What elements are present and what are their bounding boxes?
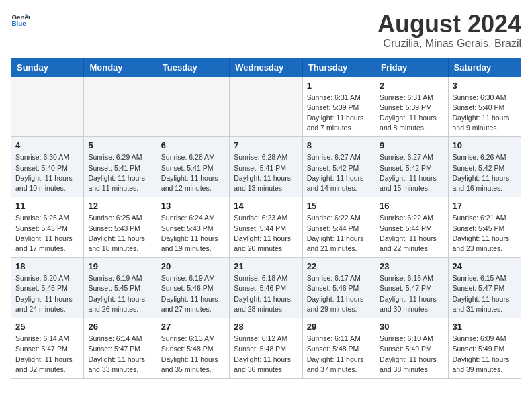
day-info: Sunrise: 6:26 AMSunset: 5:42 PMDaylight:… — [453, 152, 517, 193]
day-info: Sunrise: 6:14 AMSunset: 5:47 PMDaylight:… — [88, 334, 152, 375]
calendar-cell: 5Sunrise: 6:29 AMSunset: 5:41 PMDaylight… — [84, 137, 157, 197]
week-row-2: 4Sunrise: 6:30 AMSunset: 5:40 PMDaylight… — [11, 137, 521, 197]
calendar-cell: 14Sunrise: 6:23 AMSunset: 5:44 PMDayligh… — [230, 197, 302, 258]
day-number: 9 — [380, 140, 443, 150]
day-number: 27 — [161, 322, 225, 332]
calendar-table: SundayMondayTuesdayWednesdayThursdayFrid… — [11, 58, 521, 379]
weekday-header-wednesday: Wednesday — [230, 58, 302, 77]
day-number: 7 — [234, 140, 298, 150]
calendar-cell: 7Sunrise: 6:28 AMSunset: 5:41 PMDaylight… — [230, 137, 302, 197]
day-info: Sunrise: 6:27 AMSunset: 5:42 PMDaylight:… — [307, 152, 371, 193]
calendar-cell: 26Sunrise: 6:14 AMSunset: 5:47 PMDayligh… — [84, 318, 157, 379]
day-info: Sunrise: 6:24 AMSunset: 5:43 PMDaylight:… — [161, 213, 225, 254]
calendar-cell: 20Sunrise: 6:19 AMSunset: 5:46 PMDayligh… — [157, 258, 229, 318]
day-number: 10 — [453, 140, 517, 150]
calendar-cell: 19Sunrise: 6:19 AMSunset: 5:45 PMDayligh… — [84, 258, 157, 318]
calendar-cell: 6Sunrise: 6:28 AMSunset: 5:41 PMDaylight… — [157, 137, 229, 197]
day-info: Sunrise: 6:12 AMSunset: 5:48 PMDaylight:… — [234, 334, 298, 375]
week-row-4: 18Sunrise: 6:20 AMSunset: 5:45 PMDayligh… — [11, 258, 521, 318]
day-number: 25 — [15, 322, 79, 332]
title-area: August 2024 Cruzilia, Minas Gerais, Braz… — [378, 11, 521, 50]
day-number: 4 — [15, 140, 79, 150]
day-info: Sunrise: 6:31 AMSunset: 5:39 PMDaylight:… — [380, 93, 443, 134]
weekday-header-monday: Monday — [84, 58, 157, 77]
day-number: 15 — [307, 201, 371, 211]
day-number: 6 — [161, 140, 225, 150]
day-info: Sunrise: 6:09 AMSunset: 5:49 PMDaylight:… — [453, 334, 517, 375]
day-number: 11 — [15, 201, 79, 211]
day-number: 16 — [380, 201, 443, 211]
calendar-cell: 10Sunrise: 6:26 AMSunset: 5:42 PMDayligh… — [448, 137, 521, 197]
day-info: Sunrise: 6:25 AMSunset: 5:43 PMDaylight:… — [15, 213, 79, 254]
day-number: 3 — [453, 81, 517, 91]
day-number: 12 — [88, 201, 152, 211]
calendar-cell: 24Sunrise: 6:15 AMSunset: 5:47 PMDayligh… — [448, 258, 521, 318]
day-info: Sunrise: 6:28 AMSunset: 5:41 PMDaylight:… — [161, 152, 225, 193]
calendar-cell: 13Sunrise: 6:24 AMSunset: 5:43 PMDayligh… — [157, 197, 229, 258]
weekday-header-saturday: Saturday — [448, 58, 521, 77]
weekday-header-thursday: Thursday — [302, 58, 375, 77]
day-info: Sunrise: 6:11 AMSunset: 5:48 PMDaylight:… — [307, 334, 371, 375]
day-info: Sunrise: 6:17 AMSunset: 5:46 PMDaylight:… — [307, 273, 371, 314]
day-number: 22 — [307, 261, 371, 271]
day-number: 17 — [453, 201, 517, 211]
calendar-cell: 18Sunrise: 6:20 AMSunset: 5:45 PMDayligh… — [11, 258, 84, 318]
calendar-cell: 1Sunrise: 6:31 AMSunset: 5:39 PMDaylight… — [302, 77, 375, 137]
week-row-5: 25Sunrise: 6:14 AMSunset: 5:47 PMDayligh… — [11, 318, 521, 379]
weekday-header-row: SundayMondayTuesdayWednesdayThursdayFrid… — [11, 58, 521, 77]
calendar-cell: 17Sunrise: 6:21 AMSunset: 5:45 PMDayligh… — [448, 197, 521, 258]
day-info: Sunrise: 6:15 AMSunset: 5:47 PMDaylight:… — [453, 273, 517, 314]
calendar-cell: 27Sunrise: 6:13 AMSunset: 5:48 PMDayligh… — [157, 318, 229, 379]
calendar-cell: 15Sunrise: 6:22 AMSunset: 5:44 PMDayligh… — [302, 197, 375, 258]
day-number: 26 — [88, 322, 152, 332]
weekday-header-tuesday: Tuesday — [157, 58, 229, 77]
day-info: Sunrise: 6:21 AMSunset: 5:45 PMDaylight:… — [453, 213, 517, 254]
day-info: Sunrise: 6:16 AMSunset: 5:47 PMDaylight:… — [380, 273, 443, 314]
day-info: Sunrise: 6:19 AMSunset: 5:45 PMDaylight:… — [88, 273, 152, 314]
day-number: 14 — [234, 201, 298, 211]
day-number: 31 — [453, 322, 517, 332]
day-number: 1 — [307, 81, 371, 91]
calendar-cell: 30Sunrise: 6:10 AMSunset: 5:49 PMDayligh… — [375, 318, 448, 379]
day-info: Sunrise: 6:20 AMSunset: 5:45 PMDaylight:… — [15, 273, 79, 314]
calendar-cell: 2Sunrise: 6:31 AMSunset: 5:39 PMDaylight… — [375, 77, 448, 137]
day-info: Sunrise: 6:30 AMSunset: 5:40 PMDaylight:… — [15, 152, 79, 193]
calendar-cell: 16Sunrise: 6:22 AMSunset: 5:44 PMDayligh… — [375, 197, 448, 258]
day-info: Sunrise: 6:18 AMSunset: 5:46 PMDaylight:… — [234, 273, 298, 314]
day-number: 30 — [380, 322, 443, 332]
day-number: 20 — [161, 261, 225, 271]
calendar-cell — [11, 77, 84, 137]
calendar-cell: 28Sunrise: 6:12 AMSunset: 5:48 PMDayligh… — [230, 318, 302, 379]
day-info: Sunrise: 6:22 AMSunset: 5:44 PMDaylight:… — [307, 213, 371, 254]
logo: General Blue — [11, 11, 30, 30]
day-info: Sunrise: 6:29 AMSunset: 5:41 PMDaylight:… — [88, 152, 152, 193]
day-number: 29 — [307, 322, 371, 332]
day-number: 8 — [307, 140, 371, 150]
svg-text:Blue: Blue — [11, 19, 26, 27]
week-row-3: 11Sunrise: 6:25 AMSunset: 5:43 PMDayligh… — [11, 197, 521, 258]
day-number: 21 — [234, 261, 298, 271]
calendar-cell: 8Sunrise: 6:27 AMSunset: 5:42 PMDaylight… — [302, 137, 375, 197]
day-number: 23 — [380, 261, 443, 271]
logo-icon: General Blue — [11, 11, 30, 30]
day-info: Sunrise: 6:23 AMSunset: 5:44 PMDaylight:… — [234, 213, 298, 254]
day-info: Sunrise: 6:31 AMSunset: 5:39 PMDaylight:… — [307, 93, 371, 134]
calendar-cell: 9Sunrise: 6:27 AMSunset: 5:42 PMDaylight… — [375, 137, 448, 197]
day-number: 18 — [15, 261, 79, 271]
calendar-cell: 25Sunrise: 6:14 AMSunset: 5:47 PMDayligh… — [11, 318, 84, 379]
day-info: Sunrise: 6:14 AMSunset: 5:47 PMDaylight:… — [15, 334, 79, 375]
day-info: Sunrise: 6:28 AMSunset: 5:41 PMDaylight:… — [234, 152, 298, 193]
day-info: Sunrise: 6:27 AMSunset: 5:42 PMDaylight:… — [380, 152, 443, 193]
calendar-cell: 23Sunrise: 6:16 AMSunset: 5:47 PMDayligh… — [375, 258, 448, 318]
calendar-cell: 29Sunrise: 6:11 AMSunset: 5:48 PMDayligh… — [302, 318, 375, 379]
calendar-cell: 11Sunrise: 6:25 AMSunset: 5:43 PMDayligh… — [11, 197, 84, 258]
weekday-header-sunday: Sunday — [11, 58, 84, 77]
calendar-cell — [157, 77, 229, 137]
week-row-1: 1Sunrise: 6:31 AMSunset: 5:39 PMDaylight… — [11, 77, 521, 137]
calendar-cell: 21Sunrise: 6:18 AMSunset: 5:46 PMDayligh… — [230, 258, 302, 318]
calendar-title: August 2024 — [378, 11, 521, 38]
day-info: Sunrise: 6:25 AMSunset: 5:43 PMDaylight:… — [88, 213, 152, 254]
calendar-cell — [84, 77, 157, 137]
day-info: Sunrise: 6:30 AMSunset: 5:40 PMDaylight:… — [453, 93, 517, 134]
calendar-cell: 4Sunrise: 6:30 AMSunset: 5:40 PMDaylight… — [11, 137, 84, 197]
